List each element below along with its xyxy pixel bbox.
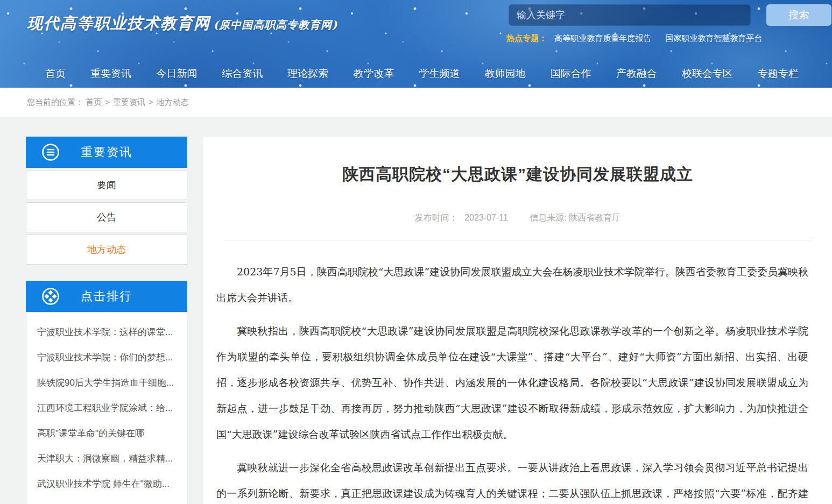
site-logo[interactable]: 现代高等职业技术教育网 (原中国高职高专教育网) (27, 13, 338, 34)
nav-item[interactable]: 专题专栏 (758, 67, 799, 81)
site-header: 现代高等职业技术教育网 (原中国高职高专教育网) 搜索 热点专题： 高等职业教育… (0, 0, 832, 88)
nav-item[interactable]: 综合资讯 (222, 67, 263, 81)
sidebar-menu-item[interactable]: 公告 (26, 202, 187, 232)
source-label: 信息来源: (530, 213, 566, 222)
nav-item[interactable]: 首页 (45, 67, 66, 81)
article-paragraph: 冀映秋就进一步深化全省高校思政课改革创新提出五点要求。一要从讲政治上看思政课，深… (216, 455, 808, 504)
article-paragraph: 冀映秋指出，陕西高职院校“大思政课”建设协同发展联盟是高职院校深化思政课教学改革… (216, 318, 808, 447)
diamond-circle-icon (41, 287, 60, 306)
ranking-list-item[interactable]: 天津职大：洞微察幽，精益求精... (26, 446, 187, 471)
sidebar-menu: 要闻公告地方动态 (26, 170, 187, 265)
breadcrumb-link[interactable]: 地方动态 (157, 97, 189, 107)
ranking-list-item[interactable]: 武汉职业技术学院 师生在"微助... (26, 471, 187, 496)
sidebar: 重要资讯 要闻公告地方动态 点击排行 宁波职业技术学院：这样的课堂...宁波职业… (26, 137, 187, 504)
breadcrumb-separator: > (149, 97, 153, 107)
ranking-list: 宁波职业技术学院：这样的课堂...宁波职业技术学院：你们的梦想...陕铁院90后… (26, 312, 187, 504)
article-title: 陕西高职院校“大思政课”建设协同发展联盟成立 (225, 164, 810, 186)
banner: 现代高等职业技术教育网 (原中国高职高专教育网) 搜索 热点专题： 高等职业教育… (0, 0, 832, 59)
breadcrumb: 您当前的位置： 首页>重要资讯>地方动态 (0, 88, 832, 117)
sidebar-section-title: 点击排行 (81, 288, 132, 304)
search-input[interactable] (509, 4, 751, 26)
hot-topic-link[interactable]: 国家职业教育智慧教育平台 (665, 33, 762, 42)
article-body: 2023年7月5日，陕西高职院校“大思政课”建设协同发展联盟成立大会在杨凌职业技… (203, 259, 832, 504)
sidebar-section-ranking: 点击排行 宁波职业技术学院：这样的课堂...宁波职业技术学院：你们的梦想...陕… (26, 281, 187, 504)
ranking-list-item[interactable]: 陕铁院90后大学生捐造血干细胞... (26, 370, 187, 395)
ranking-list-item[interactable]: 江西环境工程职业学院涂斌：给... (26, 395, 187, 421)
sidebar-menu-item[interactable]: 地方动态 (26, 235, 187, 265)
list-circle-icon (41, 143, 60, 162)
source-value: 陕西省教育厅 (569, 213, 621, 222)
sidebar-section-news-header: 重要资讯 (26, 137, 187, 168)
publish-date: 2023-07-11 (464, 213, 508, 222)
site-logo-main: 现代高等职业技术教育网 (27, 14, 210, 32)
nav-item[interactable]: 学生频道 (419, 67, 460, 81)
ranking-list-item[interactable]: 高职"课堂革命"的关键在哪 (26, 421, 187, 446)
nav-item[interactable]: 重要资讯 (90, 67, 131, 81)
nav-item[interactable]: 国际合作 (551, 67, 591, 81)
nav-item[interactable]: 教师园地 (485, 67, 526, 81)
hot-topic-link[interactable]: 高等职业教育质量年度报告 (554, 33, 651, 42)
article-content: 陕西高职院校“大思政课”建设协同发展联盟成立 发布时间： 2023-07-11 … (203, 137, 832, 504)
article-paragraph: 2023年7月5日，陕西高职院校“大思政课”建设协同发展联盟成立大会在杨凌职业技… (216, 259, 808, 310)
title-divider (224, 240, 812, 240)
breadcrumb-links: 首页>重要资讯>地方动态 (86, 97, 189, 107)
sidebar-section-title: 重要资讯 (81, 144, 132, 160)
page: 现代高等职业技术教育网 (原中国高职高专教育网) 搜索 热点专题： 高等职业教育… (0, 0, 832, 504)
breadcrumb-label: 您当前的位置： (27, 97, 83, 107)
nav-item[interactable]: 教学改革 (353, 67, 394, 81)
sidebar-menu-item[interactable]: 要闻 (26, 170, 187, 200)
main-nav: 首页重要资讯今日新闻综合资讯理论探索教学改革学生频道教师园地国际合作产教融合校联… (0, 59, 832, 88)
breadcrumb-link[interactable]: 首页 (86, 97, 102, 107)
sidebar-section-news: 重要资讯 要闻公告地方动态 (26, 137, 187, 265)
breadcrumb-link[interactable]: 重要资讯 (113, 97, 145, 107)
nav-item[interactable]: 理论探索 (287, 67, 328, 81)
nav-item[interactable]: 产教融合 (616, 67, 657, 81)
hot-topics-links: 高等职业教育质量年度报告国家职业教育智慧教育平台 (554, 33, 776, 42)
article-meta: 发布时间： 2023-07-11 信息来源: 陕西省教育厅 (203, 212, 832, 224)
search-button[interactable]: 搜索 (766, 4, 831, 26)
nav-item[interactable]: 校联会专区 (682, 67, 733, 81)
publish-time-label: 发布时间： (415, 213, 458, 222)
hot-topics: 热点专题： 高等职业教育质量年度报告国家职业教育智慧教育平台 (506, 33, 776, 44)
breadcrumb-separator: > (105, 97, 110, 107)
ranking-list-item[interactable]: 宁波职业技术学院：这样的课堂... (26, 320, 187, 345)
site-logo-sub: (原中国高职高专教育网) (214, 18, 338, 31)
sidebar-section-ranking-header: 点击排行 (26, 281, 187, 312)
ranking-list-item[interactable]: 宁波职业技术学院：你们的梦想... (26, 345, 187, 370)
hot-topics-label: 热点专题： (506, 33, 547, 42)
nav-item[interactable]: 今日新闻 (156, 67, 197, 81)
